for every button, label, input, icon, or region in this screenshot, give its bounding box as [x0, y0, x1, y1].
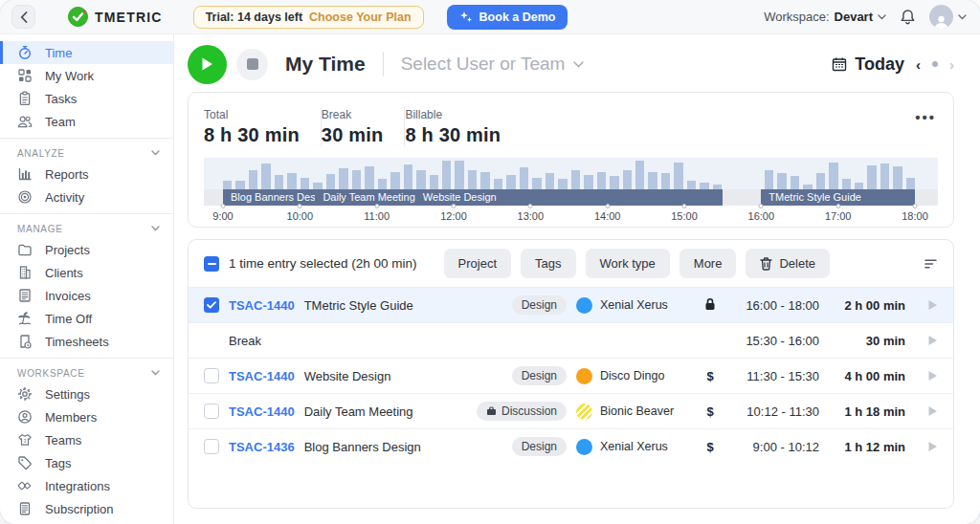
member-name: Disco Dingo — [600, 369, 664, 382]
entry-time-range[interactable]: 10:12 - 11:30 — [727, 404, 819, 419]
tag-pill[interactable]: Design — [512, 437, 567, 456]
date-picker-button[interactable]: Today — [832, 55, 904, 75]
next-day-button[interactable]: › — [949, 56, 954, 73]
entry-duration[interactable]: 4 h 00 min — [829, 369, 905, 383]
activity-bar — [635, 161, 644, 189]
sidebar-item-label: Team — [45, 115, 76, 129]
choose-plan-link[interactable]: Choose Your Plan — [309, 11, 412, 24]
sidebar-item-timesheets[interactable]: Timesheets — [0, 330, 173, 353]
row-checkbox[interactable] — [204, 297, 219, 313]
axis-tick-label: 9:00 — [212, 210, 233, 222]
bell-icon[interactable] — [900, 9, 916, 26]
sidebar-item-tasks[interactable]: Tasks — [0, 87, 173, 110]
axis-tick-label: 16:00 — [748, 210, 775, 222]
sidebar-item-tags[interactable]: Tags — [0, 451, 173, 474]
task-id-link[interactable]: TSAC-1440 — [229, 404, 295, 419]
sidebar-item-teams[interactable]: 3 Teams — [0, 428, 173, 451]
member-name: Xenial Xerus — [600, 440, 668, 453]
hour-tick-dot — [528, 204, 533, 208]
user-selector-label: Select User or Team — [401, 54, 566, 75]
project-color-dot — [576, 297, 592, 314]
entry-duration[interactable]: 1 h 12 min — [829, 440, 905, 454]
activity-bar — [610, 176, 618, 189]
row-checkbox[interactable] — [204, 368, 219, 383]
sidebar-item-invoices[interactable]: Invoices — [0, 284, 173, 307]
timeline-segment[interactable]: Daily Team Meeting — [315, 189, 414, 206]
row-checkbox[interactable] — [204, 404, 219, 419]
tag-pill[interactable]: Design — [512, 366, 567, 385]
hour-tick-dot — [682, 204, 687, 208]
time-entry-row[interactable]: TSAC-1440 TMetric Style Guide Design Xen… — [189, 287, 953, 322]
work-type-button[interactable]: Work type — [586, 249, 670, 278]
user-menu[interactable] — [929, 5, 967, 29]
billable-badge: $ — [702, 404, 718, 419]
entry-time-range[interactable]: 9:00 - 10:12 — [727, 440, 819, 454]
entry-duration[interactable]: 1 h 18 min — [829, 404, 905, 419]
book-demo-button[interactable]: Book a Demo — [447, 5, 568, 30]
row-play-button[interactable] — [915, 335, 938, 346]
sidebar-item-settings[interactable]: Settings — [0, 382, 173, 405]
task-id-link[interactable]: TSAC-1440 — [229, 369, 295, 383]
time-entry-row[interactable]: TSAC-1440 Website Design Design Disco Di… — [189, 358, 953, 393]
project-button[interactable]: Project — [444, 249, 511, 278]
tag-pill[interactable]: Design — [512, 295, 567, 315]
divider — [383, 52, 384, 76]
user-team-selector[interactable]: Select User or Team — [401, 54, 585, 75]
tag-pill[interactable]: Discussion — [477, 402, 567, 421]
more-button[interactable]: More — [679, 249, 737, 278]
start-timer-button[interactable] — [188, 45, 227, 84]
delete-button[interactable]: Delete — [746, 249, 830, 278]
break-row[interactable]: Break 15:30 - 16:00 30 min — [189, 322, 953, 358]
sidebar-item-label: Tasks — [45, 92, 77, 106]
entry-time-range[interactable]: 15:30 - 16:00 — [727, 334, 819, 348]
row-play-button[interactable] — [915, 370, 938, 382]
sidebar-item-reports[interactable]: Reports — [0, 163, 173, 186]
previous-day-button[interactable]: ‹ — [916, 56, 921, 73]
task-id-link[interactable]: TSAC-1436 — [229, 440, 295, 454]
sidebar-item-subscription[interactable]: Subscription — [0, 497, 173, 520]
sidebar-item-time-off[interactable]: Time Off — [0, 307, 173, 330]
entry-duration[interactable]: 2 h 00 min — [829, 298, 905, 313]
sidebar-item-label: Settings — [45, 387, 90, 402]
topbar-right: Workspace: Devart — [764, 5, 967, 29]
entry-time-range[interactable]: 11:30 - 15:30 — [727, 369, 819, 383]
entry-title: Blog Banners Design — [304, 440, 421, 454]
row-play-button[interactable] — [915, 299, 938, 311]
sidebar-item-label: Time — [45, 46, 72, 60]
time-entry-row[interactable]: TSAC-1440 Daily Team Meeting Discussion … — [189, 393, 953, 428]
row-checkbox[interactable] — [204, 439, 219, 454]
activity-bar — [390, 172, 399, 189]
stop-icon — [247, 58, 258, 70]
sidebar-section-manage[interactable]: MANAGE — [0, 219, 173, 238]
sidebar-item-activity[interactable]: Activity — [0, 186, 173, 208]
row-play-button[interactable] — [915, 405, 938, 417]
sidebar-item-clients[interactable]: Clients — [0, 261, 173, 284]
sidebar-item-my-work[interactable]: My Work — [0, 64, 173, 87]
select-all-checkbox[interactable] — [204, 256, 219, 272]
timeline-segment[interactable]: Blog Banners Design — [223, 189, 315, 206]
workspace-selector[interactable]: Workspace: Devart — [764, 10, 886, 24]
sidebar-item-time[interactable]: Time — [0, 41, 173, 64]
sidebar-item-team[interactable]: Team — [0, 110, 173, 133]
task-id-link[interactable]: TSAC-1440 — [229, 298, 295, 313]
entry-time-range[interactable]: 16:00 - 18:00 — [727, 298, 819, 313]
row-play-button[interactable] — [915, 441, 938, 452]
sort-button[interactable] — [924, 258, 938, 270]
sidebar-section-analyze[interactable]: ANALYZE — [0, 143, 173, 163]
sidebar-item-integrations[interactable]: Integrations — [0, 474, 173, 497]
sidebar-item-projects[interactable]: Projects — [0, 238, 173, 261]
timeline-segment[interactable]: Website Design — [415, 189, 723, 206]
sidebar-item-members[interactable]: Members — [0, 405, 173, 428]
summary-more-menu[interactable]: ••• — [915, 114, 936, 121]
current-day-dot[interactable] — [932, 61, 938, 67]
chevron-down-icon — [151, 370, 160, 376]
tags-button[interactable]: Tags — [521, 249, 575, 278]
back-button[interactable] — [11, 5, 35, 29]
tmetric-logo[interactable]: TMETRIC — [68, 7, 163, 27]
time-entry-row[interactable]: TSAC-1436 Blog Banners Design Design Xen… — [189, 428, 953, 464]
sidebar-section-workspace[interactable]: WORKSPACE — [0, 363, 173, 382]
check-icon — [207, 301, 216, 309]
trial-banner: Trial: 14 days left Choose Your Plan — [193, 6, 424, 29]
stop-timer-button[interactable] — [236, 49, 268, 80]
entry-duration[interactable]: 30 min — [829, 334, 905, 348]
